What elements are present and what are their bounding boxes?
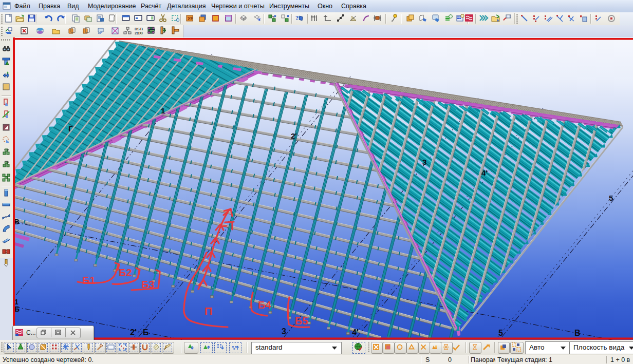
svg-text:Б: Б bbox=[14, 305, 20, 313]
svg-text:3: 3 bbox=[422, 158, 426, 166]
svg-text:УF: УF bbox=[188, 16, 194, 21]
svg-text:5: 5 bbox=[498, 329, 503, 337]
svg-text:2': 2' bbox=[130, 328, 137, 337]
svg-text:Б: Б bbox=[143, 328, 149, 337]
svg-text:4': 4' bbox=[481, 168, 488, 177]
svg-text:Б1: Б1 bbox=[82, 275, 96, 286]
svg-text:2DXF: 2DXF bbox=[135, 31, 143, 35]
svg-text:Б3: Б3 bbox=[141, 279, 155, 290]
svg-text:Б4: Б4 bbox=[258, 299, 271, 311]
svg-text:Б2: Б2 bbox=[119, 267, 132, 278]
svg-text:DSTU: DSTU bbox=[135, 27, 143, 31]
svg-text:1: 1 bbox=[161, 106, 165, 115]
svg-text:5: 5 bbox=[609, 194, 613, 202]
svg-text:В: В bbox=[574, 329, 581, 337]
svg-text:2': 2' bbox=[291, 131, 297, 140]
svg-text:3: 3 bbox=[282, 327, 286, 336]
svg-text:?: ? bbox=[295, 14, 299, 22]
svg-text:П: П bbox=[204, 305, 213, 318]
svg-text:Б5: Б5 bbox=[295, 315, 308, 327]
svg-text:4': 4' bbox=[352, 328, 359, 337]
svg-text:Г: Г bbox=[68, 124, 73, 133]
